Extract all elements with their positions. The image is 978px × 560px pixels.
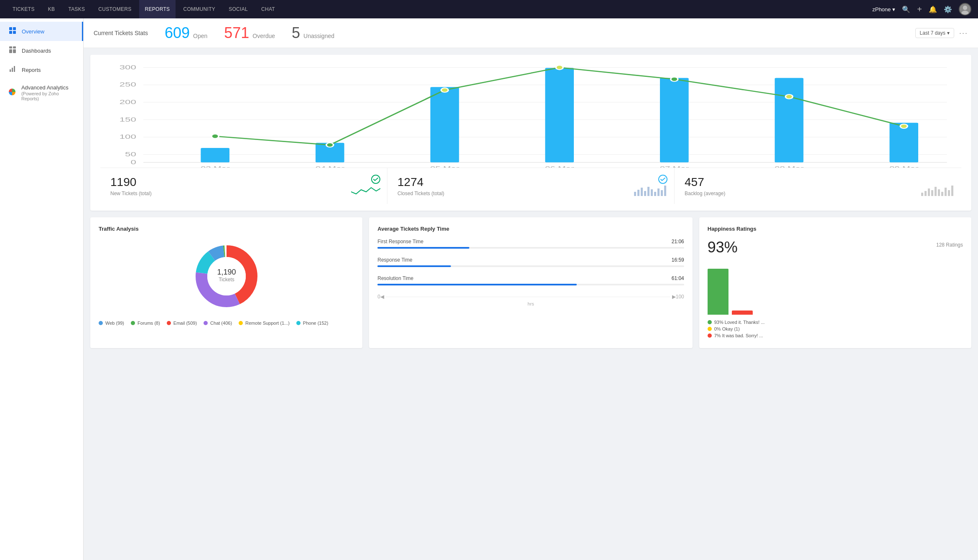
- web-label: Web (99): [105, 321, 124, 326]
- metric-backlog: 457 Backlog (average): [675, 168, 961, 204]
- h-legend-loved: 93% Loved it. Thanks! ...: [708, 320, 963, 325]
- nav-chat[interactable]: CHAT: [255, 0, 281, 18]
- settings-icon[interactable]: ⚙️: [944, 5, 952, 13]
- nav-community[interactable]: COMMUNITY: [177, 0, 221, 18]
- sidebar-item-reports[interactable]: Reports: [0, 60, 83, 79]
- svg-point-38: [556, 65, 563, 69]
- brand-name: zPhone: [872, 6, 891, 13]
- nav-social[interactable]: SOCIAL: [223, 0, 254, 18]
- sidebar-overview-label: Overview: [22, 28, 44, 35]
- phone-label: Phone (152): [303, 321, 329, 326]
- svg-rect-64: [931, 190, 933, 196]
- svg-rect-6: [9, 46, 12, 48]
- svg-rect-10: [10, 69, 11, 72]
- bar-line-chart: 300 250 200 150 100 50 0: [100, 63, 961, 168]
- scale-end: 100: [676, 294, 684, 300]
- sidebar: Overview Dashboards Reports: [0, 18, 84, 560]
- sidebar-item-overview[interactable]: Overview: [0, 22, 83, 41]
- reply-row-first: First Response Time 21:06: [377, 239, 684, 249]
- sidebar-analytics-label: Advanced Analytics: [21, 84, 75, 91]
- date-filter-button[interactable]: Last 7 days ▾: [915, 28, 954, 38]
- svg-rect-5: [13, 31, 16, 34]
- svg-rect-55: [647, 187, 649, 196]
- svg-rect-69: [948, 190, 950, 196]
- happiness-pct: 93%: [708, 239, 738, 256]
- chart-svg: 300 250 200 150 100 50 0: [100, 63, 961, 168]
- legend-remote: Remote Support (1...): [239, 321, 290, 326]
- svg-rect-33: [775, 78, 804, 162]
- open-count: 609: [165, 24, 190, 42]
- main-layout: Overview Dashboards Reports: [0, 18, 978, 560]
- svg-rect-4: [9, 31, 12, 34]
- reply-row-resolution: Resolution Time 61:04: [377, 275, 684, 285]
- metric-closed-tickets: 1274 Closed Tickets (total): [387, 168, 675, 204]
- svg-rect-62: [925, 191, 927, 196]
- svg-rect-9: [13, 49, 16, 53]
- sidebar-analytics-sub: (Powered by Zoho Reports): [21, 91, 75, 101]
- sidebar-item-dashboards[interactable]: Dashboards: [0, 41, 83, 60]
- happiness-title: Happiness Ratings: [708, 226, 963, 232]
- h-legend-bad: 7% It was bad. Sorry! ...: [708, 333, 963, 338]
- happiness-card: Happiness Ratings 93% 128 Ratings: [699, 217, 971, 348]
- okay-text: 0% Okay (1): [714, 326, 740, 331]
- add-icon[interactable]: +: [917, 5, 922, 14]
- happiness-ratings: 128 Ratings: [936, 242, 963, 248]
- overdue-label: Overdue: [252, 33, 275, 39]
- svg-rect-7: [13, 46, 16, 48]
- response-time-fill: [377, 265, 451, 267]
- nav-kb[interactable]: KB: [42, 0, 61, 18]
- chat-label: Chat (406): [210, 321, 232, 326]
- nav-tickets[interactable]: TICKETS: [7, 0, 41, 18]
- date-filter-label: Last 7 days: [920, 30, 945, 36]
- nav-tasks[interactable]: TASKS: [62, 0, 91, 18]
- more-options-button[interactable]: ···: [959, 29, 968, 38]
- svg-rect-28: [201, 148, 229, 162]
- remote-dot: [239, 321, 243, 325]
- closed-tickets-num: 1274: [397, 176, 664, 189]
- dashboards-icon: [8, 46, 17, 55]
- metric-new-tickets: 1190 New Tickets (total): [100, 168, 387, 204]
- brand-dropdown-icon: ▾: [892, 6, 895, 13]
- date-filter-arrow: ▾: [947, 30, 950, 36]
- svg-rect-68: [945, 188, 947, 196]
- user-avatar[interactable]: [959, 3, 971, 15]
- overview-icon: [8, 27, 17, 36]
- sidebar-reports-label: Reports: [22, 67, 41, 73]
- nav-customers[interactable]: CUSTOMERS: [92, 0, 137, 18]
- svg-point-35: [211, 134, 219, 138]
- svg-rect-2: [9, 27, 12, 30]
- response-time-track: [377, 265, 684, 267]
- nav-right-section: zPhone ▾ 🔍 + 🔔 ⚙️: [872, 3, 971, 15]
- stats-title: Current Tickets Stats: [94, 30, 148, 36]
- first-response-track: [377, 247, 684, 249]
- sidebar-dashboards-label: Dashboards: [22, 48, 51, 54]
- overdue-count: 571: [224, 24, 249, 42]
- svg-point-39: [671, 77, 678, 81]
- brand-selector[interactable]: zPhone ▾: [872, 6, 895, 13]
- svg-text:09 Mar: 09 Mar: [889, 165, 918, 168]
- svg-rect-8: [9, 49, 12, 53]
- svg-text:100: 100: [120, 133, 136, 140]
- sidebar-item-advanced-analytics[interactable]: Advanced Analytics (Powered by Zoho Repo…: [0, 79, 83, 106]
- first-response-fill: [377, 247, 469, 249]
- scale-unit: hrs: [377, 301, 684, 306]
- svg-text:200: 200: [120, 99, 136, 105]
- scale-right-arrow: ▶: [672, 294, 676, 300]
- svg-rect-53: [641, 188, 643, 196]
- legend-forums: Forums (8): [131, 321, 160, 326]
- reply-time-title: Average Tickets Reply Time: [377, 226, 684, 232]
- svg-text:06 Mar: 06 Mar: [545, 165, 574, 168]
- new-tickets-num: 1190: [110, 176, 377, 189]
- new-tickets-sparkline: [351, 183, 380, 197]
- search-icon[interactable]: 🔍: [902, 5, 910, 13]
- svg-rect-61: [921, 193, 923, 196]
- loved-text: 93% Loved it. Thanks! ...: [714, 320, 765, 325]
- unassigned-stat: 5 Unassigned: [292, 24, 334, 42]
- nav-reports[interactable]: REPORTS: [139, 0, 176, 18]
- donut-svg: 1,190 Tickets: [189, 239, 264, 314]
- happiness-legend: 93% Loved it. Thanks! ... 0% Okay (1) 7%…: [708, 320, 963, 338]
- svg-point-40: [785, 94, 792, 99]
- svg-text:Tickets: Tickets: [219, 277, 234, 283]
- notifications-icon[interactable]: 🔔: [929, 5, 937, 13]
- closed-tickets-label: Closed Tickets (total): [397, 191, 664, 196]
